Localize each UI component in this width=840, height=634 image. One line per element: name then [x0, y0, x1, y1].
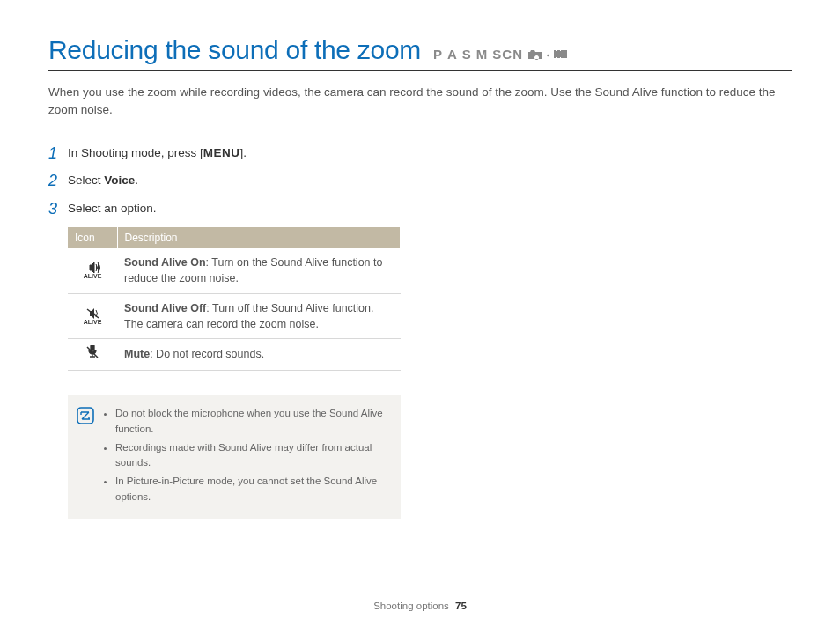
step-number: 3	[48, 200, 68, 219]
note-item: Recordings made with Sound Alive may dif…	[115, 440, 390, 472]
mode-scn: SCN	[492, 47, 523, 62]
step-after: .	[135, 173, 138, 187]
step-after: ].	[240, 146, 247, 159]
step-before: Select	[68, 173, 104, 187]
header: Reducing the sound of the zoom P A S M S…	[48, 35, 792, 71]
note-item: Do not block the microphone when you use…	[115, 406, 390, 438]
step-text: Select an option.	[68, 200, 157, 217]
mute-icon	[86, 345, 99, 359]
step-bold: Voice	[104, 173, 135, 187]
cell-icon	[68, 338, 117, 370]
camera-icon	[527, 48, 542, 60]
step-3: 3 Select an option.	[48, 200, 401, 219]
cell-desc: Sound Alive Off: Turn off the Sound Aliv…	[117, 293, 401, 338]
svg-point-0	[547, 55, 549, 57]
note-box: Do not block the microphone when you use…	[68, 395, 401, 519]
sound-alive-on-icon: ALIVE	[84, 262, 102, 279]
note-item: In Picture-in-Picture mode, you cannot s…	[115, 474, 390, 505]
icon-label: ALIVE	[84, 319, 102, 325]
step-2: 2 Select Voice.	[48, 172, 401, 191]
mode-s: S	[462, 47, 472, 62]
dot-separator-icon	[547, 48, 549, 60]
video-icon	[554, 48, 569, 60]
option-name: Mute	[124, 348, 150, 360]
option-desc: : Do not record sounds.	[150, 348, 264, 360]
option-name: Sound Alive On	[124, 256, 206, 269]
cell-icon: ALIVE	[68, 248, 117, 293]
cell-desc: Sound Alive On: Turn on the Sound Alive …	[117, 248, 401, 293]
note-list: Do not block the microphone when you use…	[103, 406, 390, 508]
sound-alive-off-icon: ALIVE	[84, 308, 102, 325]
mode-row: P A S M SCN	[433, 47, 569, 62]
menu-label: MENU	[203, 146, 240, 159]
page-title: Reducing the sound of the zoom	[48, 35, 421, 65]
step-text: In Shooting mode, press [MENU].	[68, 144, 247, 162]
page-number: 75	[455, 601, 467, 611]
steps-column: 1 In Shooting mode, press [MENU]. 2 Sele…	[48, 144, 401, 519]
step-number: 2	[48, 172, 68, 191]
step-number: 1	[48, 144, 68, 164]
table-header-icon: Icon	[68, 227, 117, 248]
table-row: Mute: Do not record sounds.	[68, 338, 401, 370]
table-row: ALIVE Sound Alive Off: Turn off the Soun…	[68, 293, 401, 338]
mode-a: A	[447, 47, 458, 62]
cell-desc: Mute: Do not record sounds.	[117, 338, 401, 370]
step-text: Select Voice.	[68, 172, 138, 189]
cell-icon: ALIVE	[68, 293, 117, 338]
note-icon	[77, 407, 94, 428]
icon-label: ALIVE	[84, 273, 102, 279]
table-row: ALIVE Sound Alive On: Turn on the Sound …	[68, 248, 401, 293]
table-header-desc: Description	[117, 227, 401, 248]
step-1: 1 In Shooting mode, press [MENU].	[48, 144, 401, 164]
step-before: In Shooting mode, press [	[68, 146, 203, 159]
footer: Shooting options 75	[0, 601, 840, 611]
option-table: Icon Description ALIVE Sound Alive On: T…	[68, 227, 401, 371]
mode-p: P	[433, 47, 443, 62]
intro-text: When you use the zoom while recording vi…	[48, 84, 792, 120]
option-name: Sound Alive Off	[124, 302, 206, 314]
mode-m: M	[476, 47, 489, 62]
footer-section: Shooting options	[373, 601, 449, 611]
